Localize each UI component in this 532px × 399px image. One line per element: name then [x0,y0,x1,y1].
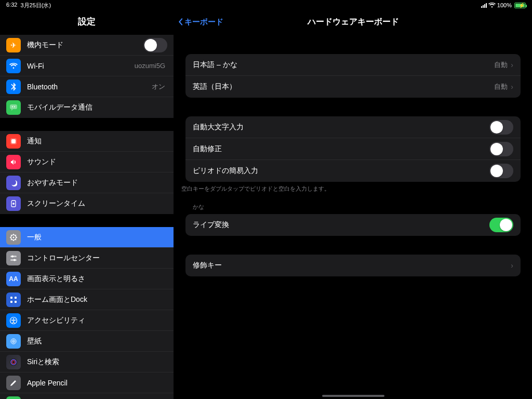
row-apple-pencil[interactable]: Apple Pencil [0,373,174,393]
row-home-dock[interactable]: ホーム画面とDock [0,289,174,310]
sound-label: サウンド [27,157,167,167]
row-wifi[interactable]: Wi-Fi uozumi5G [0,56,174,76]
bluetooth-icon [6,79,21,94]
status-date: 3月25日(水) [20,2,51,9]
svg-point-7 [13,236,15,238]
airplane-label: 機内モード [27,41,143,50]
accessibility-icon [6,313,21,328]
cellular-label: モバイルデータ通信 [27,103,167,112]
svg-point-17 [13,318,15,320]
auto-cap-label: 自動大文字入力 [193,123,489,132]
face-id-icon [6,396,21,399]
row-lang-english[interactable]: 英語（日本） 自動 › [185,76,521,98]
svg-rect-13 [15,297,17,299]
svg-rect-12 [10,297,12,299]
settings-sidebar: 設定 ✈ 機内モード Wi-Fi uozumi5G Bluetooth オン [0,10,174,399]
row-wallpaper[interactable]: 壁紙 [0,331,174,352]
chevron-left-icon [177,17,183,26]
row-bluetooth[interactable]: Bluetooth オン [0,76,174,97]
row-period-shortcut[interactable]: ピリオドの簡易入力 [185,160,521,182]
lang-kana-value: 自動 [494,60,508,70]
home-dock-icon [6,292,21,307]
lang-english-label: 英語（日本） [193,82,494,91]
airplane-icon: ✈ [6,38,21,52]
siri-label: Siriと検索 [27,357,167,367]
screentime-icon [6,196,21,211]
row-control-center[interactable]: コントロールセンター [0,248,174,269]
status-bar: 6:32 3月25日(水) 100% ⚡ [0,0,532,10]
svg-point-0 [12,107,13,108]
wifi-row-icon [6,59,21,73]
period-toggle[interactable] [489,164,513,178]
row-cellular-data[interactable]: モバイルデータ通信 [0,97,174,118]
kana-section-header: かな [193,203,525,211]
row-do-not-disturb[interactable]: おやすみモード [0,172,174,193]
row-display[interactable]: AA 画面表示と明るさ [0,269,174,289]
notifications-icon [6,134,21,149]
pencil-icon [6,376,21,390]
row-modifier-keys[interactable]: 修飾キー › [185,255,521,276]
auto-correct-toggle[interactable] [489,142,513,156]
svg-point-5 [12,203,15,205]
general-label: 一般 [27,233,167,242]
wifi-icon [488,3,496,8]
display-label: 画面表示と明るさ [27,274,167,284]
wifi-label: Wi-Fi [27,62,135,70]
notifications-label: 通知 [27,137,167,146]
wallpaper-icon [6,334,21,349]
battery-percent: 100% [497,2,512,8]
svg-point-10 [11,255,14,257]
screentime-label: スクリーンタイム [27,199,167,208]
chevron-right-icon: › [511,261,513,270]
cellular-signal-icon [481,3,487,8]
row-general[interactable]: 一般 [0,227,174,248]
home-indicator[interactable] [322,395,384,397]
row-airplane-mode[interactable]: ✈ 機内モード [0,35,174,56]
bluetooth-value: オン [152,82,165,91]
svg-rect-14 [10,301,12,303]
row-sound[interactable]: サウンド [0,152,174,172]
status-time: 6:32 [6,2,17,9]
row-live-conversion[interactable]: ライブ変換 [185,214,521,236]
detail-header: キーボード ハードウェアキーボード [174,10,532,33]
modifier-keys-label: 修飾キー [193,261,511,270]
svg-rect-3 [11,139,16,143]
back-label: キーボード [184,17,223,27]
svg-rect-15 [15,301,17,303]
live-conversion-toggle[interactable] [489,218,513,232]
sound-icon [6,155,21,169]
control-center-label: コントロールセンター [27,254,167,263]
svg-point-20 [13,341,14,342]
svg-point-1 [14,107,15,108]
dnd-label: おやすみモード [27,178,167,188]
back-button[interactable]: キーボード [177,10,223,33]
chevron-right-icon: › [511,61,513,69]
row-face-id[interactable]: Face IDとパスコード [0,393,174,399]
pencil-label: Apple Pencil [27,379,167,387]
airplane-toggle[interactable] [143,38,167,52]
detail-pane: キーボード ハードウェアキーボード 日本語 – かな 自動 › 英語（日本） 自… [174,10,532,399]
row-auto-correct[interactable]: 自動修正 [185,138,521,160]
siri-icon [6,355,21,369]
auto-cap-toggle[interactable] [489,120,513,135]
battery-icon: ⚡ [514,3,526,8]
row-auto-capitalize[interactable]: 自動大文字入力 [185,116,521,138]
period-footnote: 空白キーをダブルタップでピリオドと空白を入力します。 [181,185,525,193]
accessibility-label: アクセシビリティ [27,316,167,325]
row-lang-kana[interactable]: 日本語 – かな 自動 › [185,54,521,76]
auto-correct-label: 自動修正 [193,144,489,154]
live-conversion-label: ライブ変換 [193,220,489,230]
home-dock-label: ホーム画面とDock [27,295,167,304]
chevron-right-icon: › [511,83,513,91]
bluetooth-label: Bluetooth [27,83,152,91]
svg-point-11 [14,259,16,261]
lang-kana-label: 日本語 – かな [193,60,494,70]
row-siri[interactable]: Siriと検索 [0,352,174,373]
wallpaper-label: 壁紙 [27,337,167,346]
general-icon [6,230,21,245]
row-screen-time[interactable]: スクリーンタイム [0,193,174,214]
row-accessibility[interactable]: アクセシビリティ [0,310,174,331]
dnd-icon [6,176,21,190]
row-notifications[interactable]: 通知 [0,131,174,152]
settings-title: 設定 [0,10,174,35]
